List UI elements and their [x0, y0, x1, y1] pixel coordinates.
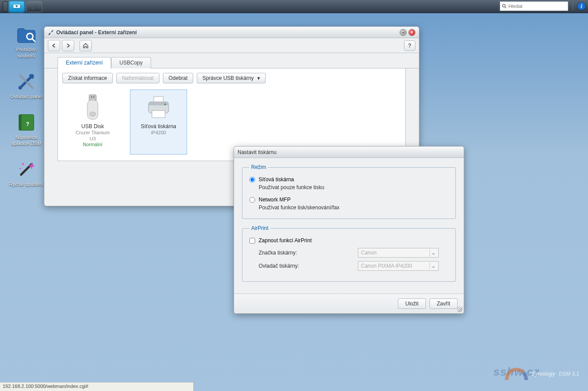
svg-text:?: ? — [26, 121, 29, 127]
gauge-icon — [505, 368, 528, 380]
printer-setup-dialog: Nastavit tiskárnu Režim Síťová tiskárna … — [234, 146, 464, 314]
checkbox-input[interactable] — [249, 238, 255, 244]
remove-button[interactable]: Odebrat — [163, 73, 193, 83]
search-icon — [502, 4, 507, 9]
svg-point-24 — [164, 104, 166, 105]
home-button[interactable] — [79, 40, 92, 51]
svg-line-4 — [505, 7, 506, 8]
printer-driver-row: Ovladač tiskárny: Canon PIXMA iP4200⌄ — [259, 261, 448, 271]
device-name: USB Disk — [66, 123, 119, 129]
get-info-button[interactable]: Získat informace — [62, 73, 113, 83]
wand-icon — [16, 159, 37, 180]
help-button[interactable]: ? — [404, 40, 415, 51]
radio-description: Používat funkce tisk/skenování/fax — [259, 204, 448, 211]
radio-network-mfp[interactable]: Network MFP — [249, 197, 448, 203]
svg-rect-16 — [91, 96, 92, 98]
tools-icon — [48, 29, 54, 36]
radio-label: Network MFP — [259, 197, 291, 203]
svg-point-3 — [502, 4, 505, 7]
menu-dropdown-icon — [13, 4, 21, 10]
field-label: Značka tiskárny: — [259, 250, 358, 256]
usb-disk-icon — [66, 93, 119, 122]
desktop-icon-label: Rychlé spuštění — [9, 181, 44, 187]
window-titlebar[interactable]: Ovládací panel - Externí zařízení – × — [44, 27, 419, 38]
device-status: Normální — [66, 142, 119, 147]
enable-airprint-checkbox[interactable]: Zapnout funkci AirPrint — [249, 237, 448, 244]
svg-rect-17 — [93, 96, 94, 98]
printer-brand-row: Značka tiskárny: Canon⌄ — [259, 248, 448, 258]
desktop-icon-file-browser[interactable]: Prohlížeč souborů — [9, 24, 44, 59]
usb-printer-mgr-button[interactable]: Správce USB tiskárny▾ — [197, 73, 266, 83]
svg-rect-9 — [19, 115, 22, 130]
desktop-icon-quick-start[interactable]: Rychlé spuštění — [9, 159, 44, 187]
device-name: Síťová tiskárna — [132, 123, 185, 129]
back-button[interactable] — [48, 40, 60, 51]
help-book-icon: ? — [16, 112, 37, 133]
printer-driver-select: Canon PIXMA iP4200⌄ — [358, 261, 439, 271]
svg-point-7 — [18, 86, 22, 90]
airprint-fieldset: AirPrint Zapnout funkci AirPrint Značka … — [242, 225, 456, 282]
device-sub: Cruzer Titanium — [66, 129, 119, 136]
desktop-icon-label: Prohlížeč souborů — [9, 47, 44, 59]
close-button[interactable]: × — [408, 29, 415, 36]
desktop-icon-label: Ovládací panel — [9, 93, 44, 100]
main-menu-button[interactable] — [9, 1, 25, 12]
taskbar-handle[interactable] — [3, 1, 8, 12]
tab-external-devices[interactable]: Externí zařízení — [58, 57, 111, 68]
arrow-left-icon — [51, 43, 57, 48]
arrow-right-icon — [65, 43, 71, 48]
forward-button[interactable] — [62, 40, 74, 51]
home-icon — [83, 43, 89, 49]
airprint-legend: AirPrint — [249, 225, 270, 231]
tools-icon — [30, 4, 38, 10]
radio-description: Používat pouze funkce tisku — [259, 184, 448, 190]
printer-icon — [132, 93, 185, 122]
caret-down-icon: ▾ — [257, 75, 260, 81]
taskbar: i — [0, 0, 588, 13]
chevron-down-icon: ⌄ — [429, 249, 436, 256]
desktop-icons: Prohlížeč souborů Ovládací panel ? Nápov… — [9, 24, 44, 200]
desktop-icon-control-panel[interactable]: Ovládací panel — [9, 71, 44, 100]
svg-point-12 — [22, 163, 24, 165]
printer-brand-select: Canon⌄ — [358, 248, 439, 258]
save-button[interactable]: Uložit — [398, 298, 426, 309]
dialog-footer: Uložit Zavřít — [234, 294, 464, 313]
desktop-icon-help[interactable]: ? Nápověda aplikace DSM — [9, 112, 44, 147]
resize-grip[interactable] — [457, 307, 462, 312]
tab-usbcopy[interactable]: USBCopy — [111, 57, 151, 68]
tab-bar: Externí zařízení USBCopy — [44, 53, 419, 68]
tools-button[interactable] — [26, 1, 42, 12]
tools-cross-icon — [16, 71, 37, 92]
chevron-down-icon: ⌄ — [429, 262, 436, 269]
checkbox-label: Zapnout funkci AirPrint — [259, 237, 312, 244]
svg-rect-23 — [152, 111, 165, 118]
info-icon[interactable]: i — [577, 2, 585, 10]
device-usb-disk[interactable]: USB Disk Cruzer Titanium U3 Normální — [64, 90, 121, 154]
mode-fieldset: Režim Síťová tiskárna Používat pouze fun… — [242, 164, 456, 219]
radio-input[interactable] — [249, 177, 255, 183]
folder-search-icon — [16, 24, 37, 45]
action-bar: Získat informace Naformátovat Odebrat Sp… — [62, 73, 401, 83]
format-button[interactable]: Naformátovat — [116, 73, 159, 83]
window-title: Ovládací panel - Externí zařízení — [56, 29, 398, 36]
svg-point-2 — [32, 7, 33, 9]
mode-legend: Režim — [249, 164, 268, 170]
minimize-button[interactable]: – — [400, 29, 407, 36]
dialog-title: Nastavit tiskárnu — [238, 149, 460, 155]
search-box[interactable] — [500, 1, 568, 11]
dialog-titlebar[interactable]: Nastavit tiskárnu — [234, 147, 464, 158]
browser-statusbar: 192.168.2.100:5000/webman/index.cgi# — [0, 382, 193, 391]
device-network-printer[interactable]: Síťová tiskárna iP4200 — [130, 90, 187, 154]
svg-point-14 — [49, 33, 50, 35]
nav-toolbar: ? — [44, 38, 419, 53]
desktop-icon-label: Nápověda aplikace DSM — [9, 134, 44, 147]
svg-point-13 — [20, 168, 21, 169]
radio-network-printer[interactable]: Síťová tiskárna — [249, 176, 448, 183]
radio-label: Síťová tiskárna — [259, 176, 294, 183]
close-dialog-button[interactable]: Zavřít — [429, 298, 458, 309]
radio-input[interactable] — [249, 197, 255, 203]
field-label: Ovladač tiskárny: — [259, 263, 358, 269]
svg-point-19 — [90, 112, 96, 116]
search-input[interactable] — [509, 4, 566, 9]
device-sub: U3 — [66, 136, 119, 142]
